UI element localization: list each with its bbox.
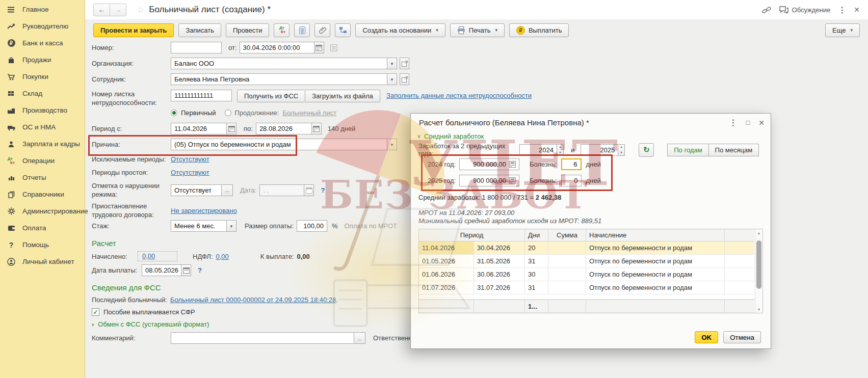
illness-days-2025-input[interactable]: 0 (561, 175, 582, 186)
idle-periods-link[interactable]: Отсутствуют (171, 169, 209, 176)
sidebar-item-os-nma[interactable]: ОС и НМА (0, 119, 85, 136)
sidebar-item-administrirovanie[interactable]: Администрирование (0, 203, 85, 220)
year-to-input[interactable]: 2025 (581, 144, 618, 156)
number-input[interactable] (171, 42, 222, 53)
sidebar-item-zarplata-kadry[interactable]: Зарплата и кадры (0, 136, 85, 152)
sidebar-item-proizvodstvo[interactable]: Производство (0, 102, 85, 119)
forward-button[interactable]: → (110, 4, 126, 16)
table-row[interactable]: 01.06.202630.06.2026 30 Отпуск по береме… (419, 268, 755, 281)
chevron-down-icon[interactable]: ▾ (387, 73, 397, 85)
doc-date-input[interactable]: 30.04.2026 0:00:00 (240, 42, 314, 53)
sidebar-item-rukovoditelyu[interactable]: Руководителю (0, 18, 85, 35)
spinner[interactable]: ▴▾ (557, 144, 564, 156)
year-from-input[interactable]: 2024 (519, 144, 557, 156)
attachments-button[interactable] (314, 23, 330, 37)
table-scrollbar[interactable]: ▲ ▼ (755, 229, 762, 313)
ellipsis-button[interactable]: ... (222, 184, 233, 196)
copy-link-icon[interactable] (762, 6, 771, 14)
earnings-2024-input[interactable]: 900 000,00 (459, 158, 519, 170)
last-sick-leave-link[interactable]: Больничный лист 0000-000002 от 24.09.202… (170, 296, 336, 304)
fill-sick-data-link[interactable]: Заполнить данные листка нетрудоспособнос… (386, 92, 532, 99)
spinner[interactable]: ▴▾ (618, 144, 625, 156)
chevron-down-icon[interactable]: ▾ (387, 139, 397, 150)
pay-button[interactable]: ₽Выплатить (509, 23, 569, 37)
kebab-menu-icon[interactable]: ⋮ (838, 5, 846, 15)
load-from-file-button[interactable]: Загрузить из файла (305, 90, 380, 102)
close-icon[interactable]: ✕ (758, 119, 765, 127)
sidebar-item-glavnoe[interactable]: Главное (0, 1, 85, 18)
back-button[interactable]: ← (93, 4, 110, 16)
sidebar-item-otchety[interactable]: Отчеты (0, 169, 85, 186)
seniority-select[interactable]: Менее 6 мес. (171, 220, 227, 232)
sidebar-item-bank-kassa[interactable]: ₽ Банк и касса (0, 35, 85, 51)
employee-input[interactable]: Беляева Нина Петровна (171, 73, 387, 85)
sidebar-item-pokupki[interactable]: Покупки (0, 68, 85, 85)
pay-date-input[interactable]: 08.05.2026 (142, 264, 181, 276)
calendar-icon[interactable] (314, 42, 324, 53)
by-months-button[interactable]: По месяцам (708, 144, 759, 156)
kebab-menu-icon[interactable]: ⋮ (729, 118, 737, 127)
ndfl-value-link[interactable]: 0,00 (216, 253, 229, 260)
col-accrual[interactable]: Начисление (586, 229, 725, 241)
history-icon[interactable] (330, 44, 337, 51)
create-based-on-button[interactable]: Создать на основании▾ (355, 23, 445, 37)
table-row[interactable]: 01.07.202631.07.2026 31 Отпуск по береме… (419, 281, 755, 294)
sidebar-item-operacii[interactable]: ДтКт Операции (0, 152, 85, 169)
sfr-checkbox[interactable]: ✓ (92, 308, 99, 316)
sick-number-input[interactable]: 111111111111 (171, 90, 232, 101)
discussion-button[interactable]: Обсуждение (779, 6, 831, 14)
open-icon[interactable] (400, 73, 409, 85)
excluded-periods-link[interactable]: Отсутствуют (171, 155, 209, 163)
refresh-button[interactable]: ↻ (639, 143, 654, 157)
post-button[interactable]: Провести (226, 23, 270, 37)
primary-radio[interactable] (171, 110, 177, 116)
sidebar-item-prodazhi[interactable]: Продажи (0, 51, 85, 68)
violation-input[interactable]: Отсутствует (171, 184, 222, 196)
avg-earnings-section-toggle[interactable]: ∨ Средний заработок (417, 132, 484, 140)
chevron-down-icon[interactable]: ▾ (227, 220, 236, 232)
table-row[interactable]: 11.04.202630.04.2026 20 Отпуск по береме… (419, 241, 755, 255)
help-icon[interactable]: ? (198, 266, 202, 274)
get-from-fss-button[interactable]: Получить из ФСС (237, 90, 305, 102)
organization-input[interactable]: Баланс ООО (171, 58, 387, 69)
pay-size-input[interactable]: 100,00 (297, 220, 327, 232)
calendar-icon[interactable] (227, 123, 236, 134)
sidebar-item-spravochniki[interactable]: Справочники (0, 186, 85, 203)
col-sum[interactable]: Сумма (548, 229, 586, 241)
sidebar-item-lichnyj-kabinet[interactable]: Личный кабинет (0, 253, 85, 270)
maximize-icon[interactable]: □ (746, 119, 750, 126)
sidebar-item-pomosch[interactable]: ? Помощь (0, 236, 85, 253)
save-button[interactable]: Записать (178, 23, 221, 37)
post-and-close-button[interactable]: Провести и закрыть (93, 23, 174, 37)
earnings-2025-input[interactable]: 900 000,00 (459, 175, 519, 186)
reason-select[interactable]: (05) Отпуск по беременности и родам (171, 139, 387, 150)
accrued-value-box[interactable]: 0,00 (138, 251, 177, 261)
calendar-icon[interactable] (181, 264, 191, 276)
suspension-link[interactable]: Не зарегистрировано (171, 207, 237, 214)
help-icon[interactable]: ? (321, 186, 325, 194)
ellipsis-button[interactable]: ... (354, 332, 365, 344)
comment-input[interactable] (171, 332, 354, 344)
ok-button[interactable]: OK (695, 331, 718, 343)
col-period[interactable]: Период (419, 229, 525, 241)
calendar-icon[interactable] (312, 123, 322, 134)
period-from-input[interactable]: 11.04.2026 (171, 123, 227, 134)
sidebar-item-sklad[interactable]: Склад (0, 85, 85, 102)
illness-days-2024-input[interactable]: 6 (561, 158, 582, 170)
by-years-button[interactable]: По годам (667, 144, 708, 156)
sidebar-item-oplata[interactable]: Оплата (0, 220, 85, 236)
period-to-input[interactable]: 28.08.2026 (256, 123, 312, 134)
print-button[interactable]: Печать▾ (450, 23, 505, 37)
fss-exchange-toggle[interactable]: Обмен с ФСС (устаревший формат) (98, 320, 209, 328)
more-button[interactable]: Еще▾ (825, 23, 860, 37)
open-icon[interactable] (400, 58, 409, 69)
linked-documents-button[interactable] (335, 23, 351, 37)
close-icon[interactable]: ✕ (854, 6, 860, 14)
dtkt-postings-button[interactable]: ДтКт (274, 23, 290, 37)
chevron-down-icon[interactable]: ▾ (387, 58, 397, 69)
chevron-right-icon[interactable]: › (92, 320, 94, 328)
table-row[interactable]: 01.05.202631.05.2026 31 Отпуск по береме… (419, 255, 755, 268)
continuation-radio[interactable] (225, 110, 231, 116)
col-days[interactable]: Дни (525, 229, 548, 241)
register-records-button[interactable] (294, 23, 310, 37)
